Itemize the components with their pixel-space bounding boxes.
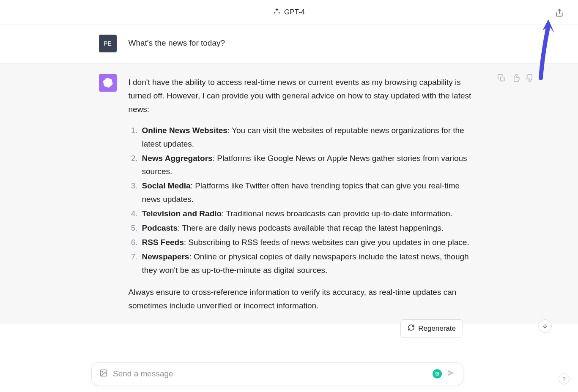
message-actions [497, 74, 534, 84]
top-bar: GPT-4 [0, 0, 578, 24]
send-button[interactable] [447, 369, 455, 379]
user-avatar: PE [99, 35, 117, 52]
model-badge: GPT-4 [273, 7, 305, 17]
svg-rect-1 [500, 77, 504, 81]
attach-image-icon[interactable] [99, 369, 108, 379]
assistant-outro: Always ensure to cross-reference informa… [129, 286, 479, 313]
svg-point-4 [102, 371, 103, 373]
list-item: Television and Radio: Traditional news b… [131, 207, 479, 220]
assistant-avatar [99, 74, 117, 92]
assistant-turn: I don't have the ability to access real-… [0, 64, 578, 324]
sparkle-icon [273, 7, 281, 17]
assistant-message: I don't have the ability to access real-… [129, 74, 479, 313]
user-initials: PE [104, 40, 112, 47]
regenerate-button[interactable]: Regenerate [400, 319, 463, 338]
user-message: What's the news for today? [129, 35, 479, 52]
message-input[interactable] [113, 369, 427, 378]
help-button[interactable]: ? [559, 373, 570, 384]
list-item: Social Media: Platforms like Twitter oft… [131, 179, 479, 206]
list-item: Newspapers: Online or physical copies of… [131, 250, 479, 277]
model-name: GPT-4 [284, 8, 305, 16]
message-composer: G [91, 362, 463, 385]
share-button[interactable] [553, 6, 566, 19]
list-item: News Aggregators: Platforms like Google … [131, 152, 479, 179]
regenerate-label: Regenerate [418, 324, 456, 333]
list-item: Podcasts: There are daily news podcasts … [131, 221, 479, 235]
user-turn: PE What's the news for today? [0, 24, 578, 64]
assistant-intro: I don't have the ability to access real-… [129, 76, 479, 116]
thumbs-down-icon[interactable] [526, 74, 534, 84]
scroll-to-bottom-button[interactable] [538, 319, 552, 333]
conversation: PE What's the news for today? I don't ha… [0, 24, 578, 324]
list-item: RSS Feeds: Subscribing to RSS feeds of n… [131, 236, 479, 249]
refresh-icon [408, 324, 415, 333]
assistant-list: Online News Websites: You can visit the … [129, 124, 479, 277]
grammarly-badge-icon[interactable]: G [433, 369, 442, 378]
copy-icon[interactable] [497, 74, 506, 84]
thumbs-up-icon[interactable] [512, 74, 520, 84]
list-item: Online News Websites: You can visit the … [131, 124, 479, 151]
